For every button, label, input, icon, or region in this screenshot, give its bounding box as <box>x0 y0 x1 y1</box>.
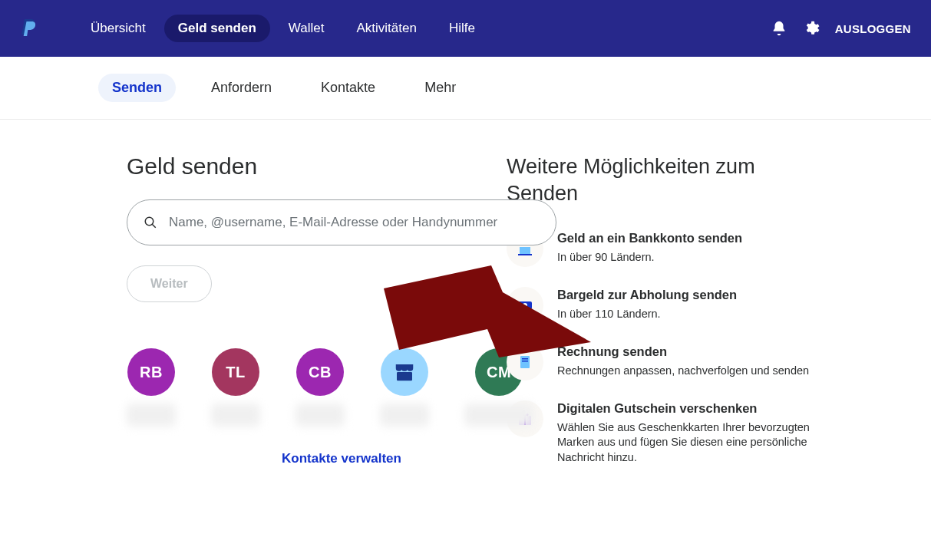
side-title: Weitere Möglichkeiten zum Senden <box>507 153 814 207</box>
svg-rect-8 <box>522 358 528 360</box>
option-bank-account[interactable]: Geld an ein Bankkonto senden In über 90 … <box>507 230 814 267</box>
contact-item[interactable] <box>380 348 429 427</box>
avatar: TL <box>212 348 259 396</box>
left-column: Geld senden Weiter RB TL CB <box>0 153 491 485</box>
option-title: Bargeld zur Abholung senden <box>557 287 737 303</box>
option-subtitle: In über 90 Ländern. <box>557 250 742 265</box>
contact-item[interactable]: CB <box>295 348 345 427</box>
nav-right: AUSLOGGEN <box>771 20 911 37</box>
option-title: Rechnung senden <box>557 344 809 360</box>
avatar-shop <box>381 348 428 396</box>
shop-icon <box>393 361 416 384</box>
tab-contacts[interactable]: Kontakte <box>307 74 389 102</box>
contact-name-blurred <box>295 404 345 427</box>
svg-rect-2 <box>397 372 412 380</box>
invoice-icon <box>507 344 543 380</box>
top-nav: Übersicht Geld senden Wallet Aktivitäten… <box>0 0 931 57</box>
option-title: Digitalen Gutschein verschenken <box>557 400 814 417</box>
logout-link[interactable]: AUSLOGGEN <box>835 22 911 35</box>
avatar: CB <box>296 348 344 396</box>
tab-request[interactable]: Anfordern <box>197 74 286 102</box>
option-invoice[interactable]: Rechnung senden Rechnungen anpassen, nac… <box>507 344 814 380</box>
contact-name-blurred <box>127 404 176 427</box>
option-subtitle: Wählen Sie aus Geschenkkarten Ihrer bevo… <box>557 420 814 466</box>
gear-icon[interactable] <box>803 20 820 37</box>
nav-overview[interactable]: Übersicht <box>77 15 160 42</box>
avatar: RB <box>127 348 175 396</box>
nav-wallet[interactable]: Wallet <box>275 15 338 42</box>
cash-icon <box>507 287 543 324</box>
svg-line-1 <box>152 224 156 228</box>
option-subtitle: In über 110 Ländern. <box>557 307 737 322</box>
contact-item[interactable]: RB <box>127 348 176 427</box>
option-subtitle: Rechnungen anpassen, nachverfolgen und s… <box>557 364 809 379</box>
nav-send-money[interactable]: Geld senden <box>164 15 270 42</box>
bell-icon[interactable] <box>771 20 787 37</box>
svg-rect-9 <box>522 361 528 362</box>
contact-name-blurred <box>464 404 533 427</box>
paypal-logo[interactable] <box>20 18 38 39</box>
option-title: Geld an ein Bankkonto senden <box>557 230 742 246</box>
main-content: Geld senden Weiter RB TL CB <box>0 120 931 485</box>
contact-name-blurred <box>380 404 429 427</box>
continue-button[interactable]: Weiter <box>127 265 212 302</box>
contact-item[interactable]: TL <box>211 348 260 427</box>
search-wrap <box>127 199 491 245</box>
svg-rect-3 <box>520 247 530 254</box>
svg-point-0 <box>145 217 154 226</box>
option-gift-card[interactable]: Digitalen Gutschein verschenken Wählen S… <box>507 400 814 465</box>
tab-more[interactable]: Mehr <box>411 74 470 102</box>
tab-send[interactable]: Senden <box>98 74 176 102</box>
search-icon <box>144 216 157 229</box>
recipient-input[interactable] <box>127 199 556 245</box>
svg-rect-4 <box>518 254 532 255</box>
svg-point-6 <box>523 303 527 308</box>
nav-items: Übersicht Geld senden Wallet Aktivitäten… <box>77 15 489 42</box>
svg-rect-7 <box>520 356 530 368</box>
subtabs-bar: Senden Anfordern Kontakte Mehr <box>0 57 931 120</box>
page-title: Geld senden <box>127 153 491 180</box>
nav-activity[interactable]: Aktivitäten <box>342 15 430 42</box>
nav-help[interactable]: Hilfe <box>435 15 489 42</box>
option-cash-pickup[interactable]: Bargeld zur Abholung senden In über 110 … <box>507 287 814 324</box>
contact-name-blurred <box>211 404 260 427</box>
recent-contacts: RB TL CB CM <box>127 348 491 427</box>
